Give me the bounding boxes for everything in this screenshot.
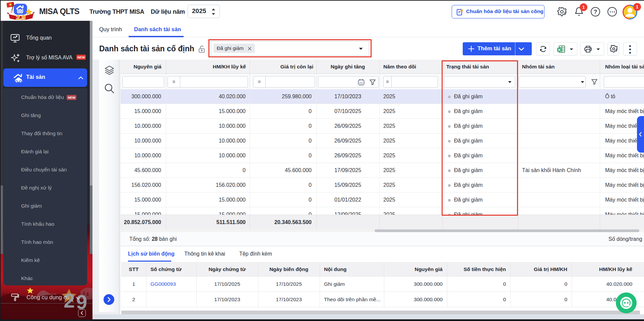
- svg-text:2.9: 2.9: [16, 14, 25, 21]
